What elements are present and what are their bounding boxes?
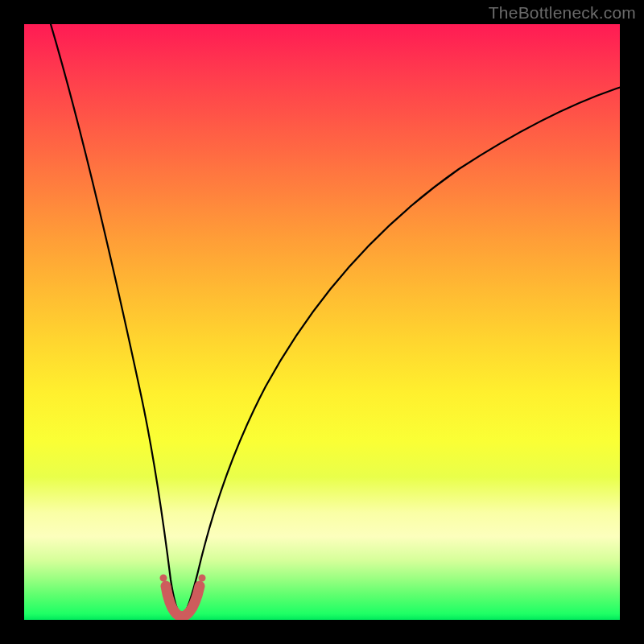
chart-frame: TheBottleneck.com: [0, 0, 644, 644]
curve-layer: [24, 24, 620, 620]
notch-accent: [166, 586, 200, 617]
plot-area: [24, 24, 620, 620]
bottleneck-curve: [48, 24, 620, 617]
watermark-text: TheBottleneck.com: [489, 3, 636, 23]
